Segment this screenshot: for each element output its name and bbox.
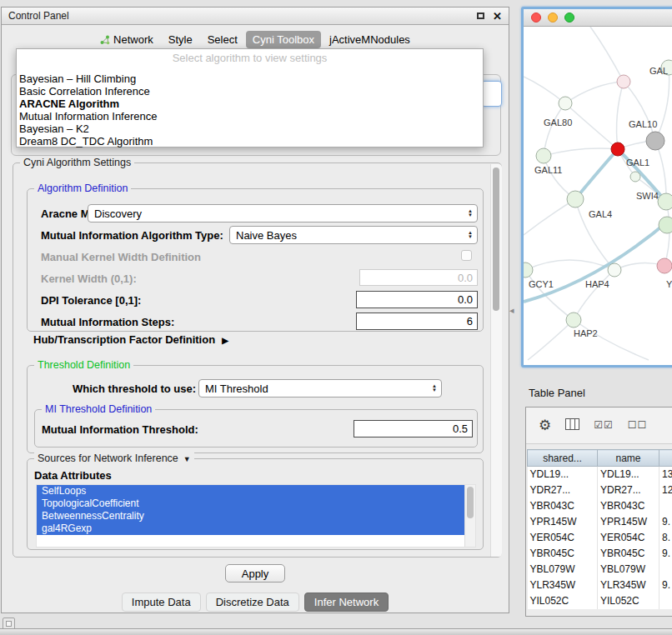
mi-algorithm-type-select[interactable]: Naive Bayes ▲▼ [229, 226, 478, 244]
focused-spinner[interactable] [481, 81, 502, 107]
apply-button[interactable]: Apply [225, 564, 285, 582]
select-none-icon[interactable]: ☐☐ [628, 418, 648, 432]
network-node[interactable] [608, 263, 621, 277]
column-header-extra[interactable] [659, 450, 672, 467]
network-edge[interactable] [565, 82, 624, 103]
table-row[interactable]: YBL079WYBL079W [528, 562, 672, 578]
mi-steps-field[interactable]: 6 [356, 312, 478, 330]
network-canvas[interactable]: GALGAL80GAL10GAL11GAL1SWI4GAL4GCY1HAP4YH… [524, 27, 672, 365]
bottom-panel-edge [0, 628, 672, 635]
apply-button-label: Apply [242, 568, 269, 580]
network-edge[interactable] [524, 199, 575, 235]
mi-threshold-definition-group: MI Threshold Definition Mutual Informati… [34, 409, 478, 448]
network-edge[interactable] [528, 320, 574, 360]
algorithm-option[interactable]: Bayesian – Hill Climbing [17, 72, 483, 85]
tab-jactivemnodules[interactable]: jActiveMNodules [323, 31, 417, 48]
tab-label: Infer Network [314, 596, 379, 608]
tab-cyni-toolbox[interactable]: Cyni Toolbox [246, 31, 321, 48]
network-window-titlebar[interactable] [524, 9, 672, 27]
data-attributes-listbox[interactable]: SelfLoopsTopologicalCoefficientBetweenne… [36, 484, 476, 548]
minimize-button[interactable] [548, 12, 558, 22]
gear-icon[interactable]: ⚙ [539, 418, 551, 432]
network-node[interactable] [659, 217, 672, 233]
algorithm-option[interactable]: Bayesian – K2 [17, 122, 483, 135]
panel-collapse-icon[interactable]: ◂ [509, 305, 514, 316]
table-cell: 9. [659, 514, 672, 530]
network-edge[interactable] [617, 82, 624, 149]
algorithm-option[interactable]: Basic Correlation Inference [17, 85, 483, 98]
network-edge[interactable] [575, 149, 618, 199]
attribute-item[interactable]: SelfLoops [37, 485, 464, 498]
network-edge[interactable] [544, 103, 565, 156]
network-node[interactable] [566, 312, 581, 328]
data-attributes-label: Data Attributes [34, 469, 112, 482]
network-edge[interactable] [624, 82, 655, 141]
table-row[interactable]: YLR345WYLR345W9. [528, 578, 672, 593]
which-threshold-select[interactable]: MI Threshold ▲▼ [198, 379, 442, 398]
tab-impute-data[interactable]: Impute Data [122, 592, 201, 612]
zoom-button[interactable] [564, 12, 574, 22]
settings-scrollbar[interactable] [490, 164, 502, 557]
attribute-item[interactable]: TopologicalCoefficient [37, 498, 464, 510]
tab-infer-network[interactable]: Infer Network [304, 592, 389, 612]
table-row[interactable]: YDR27...YDR27...12 [528, 482, 672, 498]
network-edge[interactable] [565, 103, 618, 149]
table-cell: YBR045C [598, 546, 659, 562]
float-window-icon[interactable] [477, 12, 484, 19]
tab-style[interactable]: Style [162, 31, 199, 48]
network-edge[interactable] [590, 27, 624, 82]
table-row[interactable]: YIL052CYIL052C [528, 593, 672, 609]
network-node[interactable] [630, 172, 640, 182]
network-node[interactable] [617, 75, 630, 88]
attribute-item[interactable]: gal4RGexp [37, 522, 464, 535]
network-node[interactable] [567, 191, 584, 208]
attributes-scrollbar-thumb[interactable] [467, 487, 474, 518]
network-node[interactable] [536, 148, 551, 163]
settings-scrollbar-thumb[interactable] [493, 168, 499, 311]
table-cell: YLR345W [598, 578, 659, 593]
attributes-scrollbar[interactable] [464, 485, 475, 547]
network-edge[interactable] [524, 77, 565, 103]
combo-arrows-icon: ▲▼ [468, 231, 477, 239]
network-edge[interactable] [574, 320, 649, 360]
tab-select[interactable]: Select [201, 31, 244, 48]
close-icon[interactable]: ✕ [493, 11, 502, 22]
network-node[interactable] [658, 193, 672, 210]
network-node[interactable] [524, 262, 533, 278]
network-edge[interactable] [574, 270, 614, 320]
algorithm-option[interactable]: Mutual Information Inference [17, 110, 483, 122]
network-node[interactable] [646, 132, 664, 150]
column-header-shared[interactable]: shared... [528, 450, 598, 467]
network-node[interactable] [559, 97, 572, 110]
columns-icon[interactable] [565, 418, 579, 432]
table-row[interactable]: YDL19...YDL19...13 [528, 467, 672, 482]
dpi-tolerance-field[interactable]: 0.0 [356, 291, 478, 308]
hub-section-toggle[interactable]: Hub/Transcription Factor Definition▶ [33, 333, 228, 346]
sources-group-title[interactable]: Sources for Network Inference▼ [34, 452, 194, 464]
table-cell: YDL19... [598, 467, 659, 482]
column-header-name[interactable]: name [598, 450, 659, 467]
aracne-mode-select[interactable]: Discovery ▲▼ [88, 204, 478, 222]
select-all-icon[interactable]: ☑☑ [594, 418, 614, 432]
table-cell: YBR043C [598, 498, 659, 514]
network-node[interactable] [611, 142, 624, 156]
mi-threshold-field[interactable]: 0.5 [354, 420, 473, 438]
control-panel-titlebar[interactable]: Control Panel ✕ [2, 8, 509, 25]
network-edge[interactable] [664, 202, 669, 266]
table-cell [659, 498, 672, 514]
tab-discretize-data[interactable]: Discretize Data [206, 592, 299, 612]
table-row[interactable]: YBR045CYBR045C9. [528, 546, 672, 562]
threshold-definition-group: Threshold Definition Which threshold to … [27, 365, 484, 453]
table-row[interactable]: YBR043CYBR043C [528, 498, 672, 514]
table-row[interactable]: YPR145WYPR145W9. [528, 514, 672, 530]
algorithm-option[interactable]: Dream8 DC_TDC Algorithm [17, 135, 483, 148]
close-button[interactable] [531, 12, 541, 22]
network-node[interactable] [657, 258, 672, 273]
tab-network[interactable]: Network [93, 31, 160, 48]
algorithm-option[interactable]: ARACNE Algorithm [17, 98, 483, 110]
attribute-item[interactable]: BetweennessCentrality [37, 510, 464, 522]
network-edge[interactable] [655, 68, 669, 141]
network-edge[interactable] [524, 220, 669, 302]
network-edge[interactable] [544, 148, 618, 156]
table-row[interactable]: YER054CYER054C8. [528, 530, 672, 546]
